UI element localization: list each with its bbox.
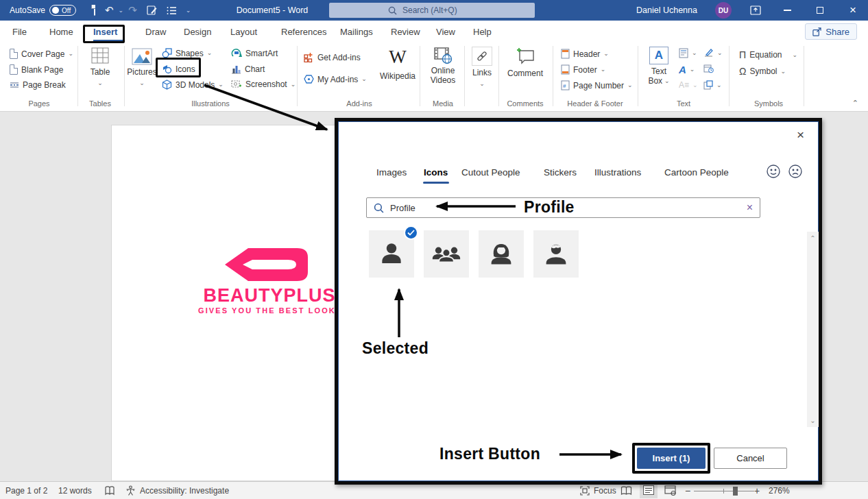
accessibility-icon[interactable] bbox=[125, 482, 136, 499]
icon-tile-people-group[interactable] bbox=[424, 230, 469, 278]
page-break-button[interactable]: Page Break bbox=[10, 80, 66, 90]
minimize-button[interactable] bbox=[775, 0, 799, 21]
page-indicator[interactable]: Page 1 of 2 bbox=[5, 482, 47, 499]
annotation-insert-button-outline: Insert (1) bbox=[632, 443, 710, 474]
qat-more-icon[interactable]: ⌄ bbox=[186, 8, 191, 14]
header-button[interactable]: Header⌄ bbox=[561, 49, 609, 59]
tab-design[interactable]: Design bbox=[184, 21, 211, 42]
titlebar-search[interactable]: Search (Alt+Q) bbox=[329, 3, 535, 18]
links-button[interactable]: Links ⌄ bbox=[468, 47, 496, 87]
tab-help[interactable]: Help bbox=[473, 21, 492, 42]
autosave-toggle[interactable]: AutoSave Off bbox=[10, 0, 76, 21]
autosave-pill[interactable]: Off bbox=[49, 5, 76, 16]
shapes-button[interactable]: Shapes⌄ bbox=[162, 48, 212, 58]
chevron-down-icon[interactable]: ⌄ bbox=[119, 8, 124, 14]
tab-home[interactable]: Home bbox=[49, 21, 73, 42]
editor-icon[interactable] bbox=[147, 5, 157, 16]
cover-page-button[interactable]: Cover Page⌄ bbox=[10, 49, 73, 59]
word-count[interactable]: 12 words bbox=[58, 482, 92, 499]
chevron-down-icon: ⌄ bbox=[97, 80, 103, 86]
tab-references[interactable]: References bbox=[281, 21, 326, 42]
table-button[interactable]: Table ⌄ bbox=[83, 47, 117, 86]
drop-cap-button: A≡⌄ bbox=[679, 80, 698, 90]
close-button[interactable]: × bbox=[841, 0, 865, 21]
my-addins-button[interactable]: My Add-ins⌄ bbox=[304, 74, 367, 84]
zoom-slider-handle[interactable] bbox=[733, 487, 738, 496]
tab-draw[interactable]: Draw bbox=[145, 21, 166, 42]
icons-button[interactable]: Icons bbox=[162, 64, 195, 74]
screenshot-button[interactable]: Screenshot⌄ bbox=[231, 80, 296, 89]
comment-button[interactable]: Comment bbox=[503, 47, 547, 79]
dialog-tab-images[interactable]: Images bbox=[376, 163, 407, 181]
scroll-up-icon[interactable]: ⌃ bbox=[810, 234, 815, 242]
bullet-list-icon[interactable] bbox=[167, 6, 177, 15]
pictures-button[interactable]: Pictures ⌄ bbox=[126, 48, 158, 86]
blank-page-icon bbox=[10, 64, 18, 75]
collapse-ribbon-icon[interactable]: ⌃ bbox=[852, 99, 858, 108]
wordart-button[interactable]: A⌄ bbox=[679, 64, 695, 75]
new-file-icon[interactable] bbox=[94, 5, 95, 15]
3d-models-button[interactable]: 3D Models⌄ bbox=[162, 80, 224, 90]
chart-button[interactable]: Chart bbox=[231, 64, 265, 74]
date-time-button[interactable] bbox=[703, 64, 714, 73]
search-icon bbox=[374, 203, 384, 213]
chevron-down-icon: ⌄ bbox=[793, 52, 798, 58]
chevron-down-icon: ⌄ bbox=[690, 66, 695, 73]
object-button[interactable]: ⌄ bbox=[703, 80, 722, 90]
proofing-icon[interactable] bbox=[104, 482, 115, 499]
header-icon bbox=[561, 49, 570, 59]
icon-tile-person-man[interactable] bbox=[533, 230, 579, 278]
online-videos-button[interactable]: Online Videos bbox=[425, 47, 461, 86]
smiley-icon[interactable] bbox=[766, 164, 781, 179]
frown-icon[interactable] bbox=[788, 164, 803, 179]
dialog-search-input[interactable] bbox=[390, 203, 514, 213]
dialog-tab-illustrations[interactable]: Illustrations bbox=[594, 163, 641, 181]
wikipedia-button[interactable]: W Wikipedia bbox=[376, 47, 420, 82]
text-box-button[interactable]: A Text Box⌄ bbox=[643, 47, 675, 86]
equation-button[interactable]: ΠEquation⌄ bbox=[739, 49, 797, 60]
dialog-tab-stickers[interactable]: Stickers bbox=[544, 163, 577, 181]
dialog-close-icon[interactable]: × bbox=[797, 127, 804, 143]
tab-view[interactable]: View bbox=[436, 21, 455, 42]
cover-page-icon bbox=[10, 49, 18, 59]
active-tab-underline bbox=[93, 40, 123, 42]
user-name[interactable]: Daniel Uchenna bbox=[636, 0, 697, 21]
symbol-button[interactable]: ΩSymbol⌄ bbox=[739, 66, 786, 77]
footer-button[interactable]: Footer⌄ bbox=[561, 64, 605, 75]
toggle-knob-icon bbox=[52, 7, 59, 14]
link-chain-icon bbox=[472, 47, 492, 66]
insert-icons-dialog: × Images Icons Cutout People Stickers Il… bbox=[335, 118, 822, 485]
share-button[interactable]: Share bbox=[805, 23, 857, 40]
signature-line-button[interactable]: ⌄ bbox=[703, 48, 723, 58]
insert-button[interactable]: Insert (1) bbox=[637, 448, 706, 469]
chevron-down-icon: ⌄ bbox=[207, 50, 213, 56]
icon-tile-person-woman[interactable] bbox=[479, 230, 524, 278]
dialog-scrollbar[interactable]: ⌃ ⌄ bbox=[807, 232, 819, 427]
blank-page-button[interactable]: Blank Page bbox=[10, 64, 63, 75]
accessibility-status[interactable]: Accessibility: Investigate bbox=[140, 482, 229, 499]
group-label-pages: Pages bbox=[28, 99, 49, 108]
chevron-down-icon: ⌄ bbox=[692, 82, 698, 88]
smartart-button[interactable]: SmartArt bbox=[231, 48, 278, 58]
icon-tile-person-single[interactable] bbox=[369, 230, 414, 278]
avatar[interactable]: DU bbox=[715, 2, 732, 19]
tab-file[interactable]: File bbox=[12, 21, 27, 42]
get-addins-button[interactable]: Get Add-ins bbox=[304, 52, 361, 62]
smartart-icon bbox=[231, 48, 242, 58]
tab-review[interactable]: Review bbox=[391, 21, 420, 42]
dialog-tab-cartoon-people[interactable]: Cartoon People bbox=[664, 163, 729, 181]
undo-icon[interactable]: ↶ bbox=[105, 4, 114, 16]
cancel-button[interactable]: Cancel bbox=[714, 448, 787, 469]
clear-search-icon[interactable]: × bbox=[747, 202, 753, 214]
online-videos-icon bbox=[433, 47, 453, 64]
group-label-text: Text bbox=[677, 99, 690, 108]
tab-layout[interactable]: Layout bbox=[230, 21, 257, 42]
quick-parts-button[interactable]: ⌄ bbox=[679, 48, 697, 58]
maximize-button[interactable] bbox=[808, 0, 832, 21]
dialog-tab-cutout-people[interactable]: Cutout People bbox=[461, 163, 520, 181]
ribbon-display-options-icon[interactable] bbox=[750, 0, 761, 21]
dialog-tab-icons[interactable]: Icons bbox=[424, 163, 448, 181]
tab-mailings[interactable]: Mailings bbox=[340, 21, 373, 42]
page-number-button[interactable]: #Page Number⌄ bbox=[561, 80, 633, 90]
scroll-down-icon[interactable]: ⌄ bbox=[810, 417, 815, 424]
